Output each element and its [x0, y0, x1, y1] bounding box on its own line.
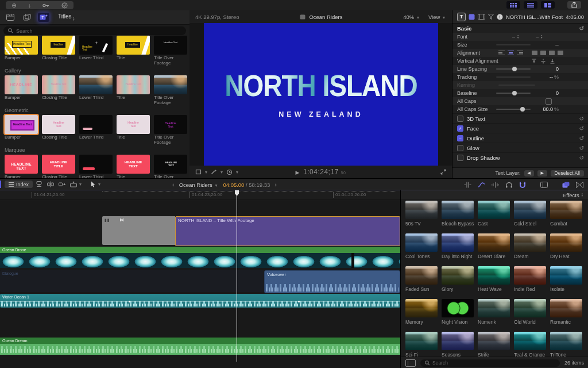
audio-clip-water-ocean[interactable]: Water Ocean 1	[0, 294, 400, 308]
effect-thumbnail[interactable]	[550, 201, 582, 219]
effect-item[interactable]: Combat	[550, 201, 586, 227]
voiceover-clip[interactable]: Voiceover	[264, 270, 400, 293]
insert-clip-icon[interactable]	[47, 181, 54, 187]
title-thumbnail[interactable]: Headline Text	[5, 36, 38, 55]
title-thumbnail[interactable]	[79, 115, 113, 134]
effect-thumbnail[interactable]	[442, 332, 474, 350]
import-arrow-icon[interactable]: ↓	[28, 2, 31, 9]
effects-category-select[interactable]: Effects	[563, 192, 579, 198]
valign-middle-icon[interactable]	[541, 59, 546, 64]
face-checkbox[interactable]: ✓	[457, 125, 463, 132]
key-icon[interactable]	[42, 3, 49, 8]
title-item[interactable]: HEADLINE TITLEClosing Title	[42, 155, 75, 178]
3d-text-checkbox[interactable]	[457, 116, 463, 122]
title-item[interactable]: Headline TextTitle	[117, 75, 150, 105]
effect-item[interactable]: Night Vision	[442, 299, 478, 325]
effect-thumbnail[interactable]	[442, 233, 474, 252]
effect-thumbnail[interactable]	[405, 201, 438, 219]
effect-item[interactable]: Isolate	[550, 266, 586, 292]
media-browser-icon[interactable]	[540, 182, 548, 188]
title-thumbnail[interactable]: Headline Text	[117, 75, 150, 94]
text-inspector-tab-icon[interactable]: T	[457, 13, 466, 21]
trim-icon[interactable]	[464, 182, 471, 188]
effect-item[interactable]: Dream	[514, 233, 550, 259]
effect-item[interactable]: Teal & Orange	[514, 332, 550, 357]
effect-thumbnail[interactable]	[550, 299, 582, 317]
filter-inspector-tab-icon[interactable]	[488, 14, 494, 20]
effect-item[interactable]: Desert Glare	[478, 233, 514, 259]
paragraph-align-2-icon[interactable]	[540, 51, 546, 55]
effect-item[interactable]: 50s TV	[405, 201, 442, 227]
solo-icon[interactable]	[505, 182, 513, 188]
effect-item[interactable]: Cast	[478, 201, 514, 227]
paragraph-align-1-icon[interactable]	[532, 51, 537, 55]
effect-thumbnail[interactable]	[514, 266, 546, 285]
effect-item[interactable]: Seasons	[442, 332, 478, 357]
viewer-canvas[interactable]: NORTH ISLAND NEW ZEALAND	[204, 23, 438, 166]
valign-top-icon[interactable]	[532, 59, 536, 64]
title-item[interactable]: Headline TextTitle Over Footage	[154, 115, 187, 145]
transitions-browser-icon[interactable]	[576, 182, 583, 188]
title-thumbnail[interactable]: Headline Text	[42, 36, 75, 55]
effect-thumbnail[interactable]	[514, 201, 546, 219]
grid-view-icon[interactable]	[506, 1, 520, 9]
effect-thumbnail[interactable]	[550, 266, 582, 285]
marker-icon[interactable]: ⋈	[119, 217, 124, 223]
effect-item[interactable]: Memory	[405, 299, 442, 325]
check-circle-icon[interactable]	[61, 2, 68, 9]
effect-thumbnail[interactable]	[405, 299, 438, 317]
effect-thumbnail[interactable]	[405, 233, 438, 252]
title-thumbnail[interactable]: Headline Text	[79, 36, 113, 55]
gap-clip[interactable]: ▮▮ ⋈	[102, 216, 175, 245]
audio-skimming-icon[interactable]	[492, 182, 499, 188]
dialogue-lane[interactable]: Dialogue Voiceover	[0, 270, 400, 292]
line-spacing-slider[interactable]	[496, 68, 531, 70]
list-view-icon[interactable]	[524, 1, 537, 9]
title-thumbnail[interactable]: HEADLINE	[5, 75, 38, 94]
effect-item[interactable]: Strife	[478, 332, 514, 357]
align-left-icon[interactable]	[498, 51, 505, 55]
title-item[interactable]: Headline TextBumper	[5, 36, 38, 66]
playhead[interactable]	[237, 190, 237, 362]
title-thumbnail[interactable]: HEADLINE TEXT	[154, 155, 187, 174]
effect-thumbnail[interactable]	[442, 201, 474, 219]
title-item[interactable]: Lower Third	[79, 75, 113, 105]
title-item[interactable]: Lower Third	[79, 115, 113, 145]
effect-item[interactable]: Numerik	[478, 299, 514, 325]
effect-item[interactable]: Cold Steel	[514, 201, 550, 227]
paragraph-align-4-icon[interactable]	[558, 51, 563, 55]
title-item[interactable]: Headline TextClosing Title	[42, 75, 75, 105]
effects-search-field[interactable]: Search	[420, 359, 560, 367]
connect-clip-icon[interactable]	[36, 181, 42, 187]
title-thumbnail[interactable]: Headline Text	[5, 115, 38, 134]
title-item[interactable]: HEADLINE TEXTBumper	[5, 155, 38, 178]
tracking-slider[interactable]	[496, 76, 531, 78]
effect-thumbnail[interactable]	[405, 266, 438, 285]
video-track-ocean-drone[interactable]: Ocean Drone	[0, 247, 400, 268]
drop-shadow-checkbox[interactable]	[457, 155, 463, 161]
effect-thumbnail[interactable]	[514, 233, 546, 252]
effect-thumbnail[interactable]	[478, 201, 510, 219]
reset-icon[interactable]: ↺	[579, 135, 584, 141]
title-item[interactable]: Lower Third	[79, 155, 113, 178]
title-thumbnail[interactable]	[79, 155, 113, 174]
photos-audio-icon[interactable]	[21, 13, 33, 22]
effect-thumbnail[interactable]	[478, 332, 510, 350]
effect-thumbnail[interactable]	[405, 332, 438, 350]
keyframe-dot[interactable]	[129, 301, 130, 302]
viewer-zoom-select[interactable]: 40% ▾	[403, 14, 420, 20]
previous-project-icon[interactable]: ‹	[172, 181, 175, 188]
effect-thumbnail[interactable]	[550, 233, 582, 252]
deselect-all-button[interactable]: Deselect All	[551, 170, 584, 177]
add-circle-icon[interactable]: ⊕	[11, 2, 16, 9]
sidebar-toggle-icon[interactable]	[405, 359, 416, 367]
outline-checkbox[interactable]: –	[457, 135, 463, 141]
panels-view-icon[interactable]	[541, 1, 555, 9]
title-item[interactable]: Headline TextTitle	[117, 115, 150, 145]
timeline-project-select[interactable]: Ocean Riders ▾	[179, 182, 219, 188]
audio-clip-ocean-dream[interactable]: Ocean Dream	[0, 338, 400, 355]
next-project-icon[interactable]: ›	[274, 181, 277, 188]
reset-icon[interactable]: ↺	[579, 155, 584, 161]
all-caps-size-slider[interactable]	[496, 109, 531, 110]
title-item[interactable]: Headline TextClosing Title	[42, 36, 75, 66]
